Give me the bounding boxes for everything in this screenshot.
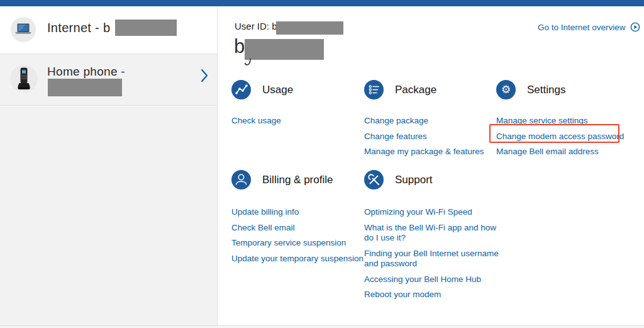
link-change-modem-access-password[interactable]: Change modem access password (496, 132, 624, 142)
link-change-package[interactable]: Change package (364, 116, 484, 127)
link-manage-service-settings[interactable]: Manage service settings (496, 116, 624, 127)
link-accessing-home-hub[interactable]: Accessing your Bell Home Hub (364, 274, 501, 285)
redaction-box (245, 39, 324, 60)
sidebar-item-internet[interactable]: Internet - b (0, 6, 217, 54)
section-billing-profile: Billing & profile Update billing info Ch… (231, 170, 364, 264)
overview-link-label: Go to Internet overview (538, 23, 626, 32)
vertical-divider (217, 6, 218, 325)
top-accent-bar (0, 0, 644, 6)
redaction-box (48, 79, 122, 96)
link-manage-bell-email-address[interactable]: Manage Bell email address (496, 147, 624, 157)
chevron-right-icon (200, 68, 209, 86)
link-finding-username-password[interactable]: Finding your Bell Internet username and … (364, 249, 501, 269)
redacted-descender (245, 58, 253, 69)
bell-services-page: Internet - b Home phone - (0, 0, 644, 328)
user-id-label: User ID: b (235, 21, 277, 31)
page-bottom-edge (0, 325, 644, 328)
section-title: Support (395, 174, 433, 186)
section-title: Package (395, 84, 436, 96)
section-support: Support Optimizing your Wi-Fi Speed What… (364, 170, 501, 300)
section-settings: ⚙ Settings Manage service settings Chang… (496, 80, 624, 157)
redaction-box (115, 20, 177, 36)
line-chart-icon (231, 80, 251, 99)
link-check-bell-email[interactable]: Check Bell email (231, 223, 364, 234)
section-title: Settings (527, 84, 565, 96)
gear-icon: ⚙ (496, 80, 516, 99)
section-package: Package Change package Change features M… (364, 80, 484, 157)
link-optimizing-wifi-speed[interactable]: Optimizing your Wi-Fi Speed (364, 207, 501, 218)
link-update-billing-info[interactable]: Update billing info (231, 207, 364, 218)
link-change-features[interactable]: Change features (364, 132, 484, 142)
sidebar-item-label: Internet - b (47, 21, 110, 35)
go-to-internet-overview-link[interactable]: Go to Internet overview (538, 22, 640, 32)
link-bell-wifi-app[interactable]: What is the Bell Wi-Fi app and how do I … (364, 223, 501, 244)
link-update-temporary-suspension[interactable]: Update your temporary suspension (231, 254, 364, 264)
list-icon (364, 80, 384, 99)
section-title: Usage (262, 84, 293, 96)
section-title: Billing & profile (262, 174, 333, 186)
laptop-icon (11, 17, 36, 45)
redaction-box (276, 21, 343, 35)
link-reboot-modem[interactable]: Reboot your modem (364, 290, 501, 300)
person-icon (231, 170, 251, 189)
link-temporary-service-suspension[interactable]: Temporary service suspension (231, 238, 364, 249)
link-manage-package-features[interactable]: Manage my package & features (364, 147, 484, 157)
link-check-usage[interactable]: Check usage (231, 116, 293, 127)
cordless-phone-icon (9, 64, 38, 96)
circle-arrow-icon (630, 22, 640, 32)
tools-icon (364, 170, 384, 189)
sidebar-item-label: Home phone - (47, 65, 125, 79)
section-usage: Usage Check usage (231, 80, 293, 127)
sidebar-background (0, 106, 217, 325)
sidebar-item-home-phone[interactable]: Home phone - (0, 54, 217, 106)
account-name: b (234, 35, 245, 58)
